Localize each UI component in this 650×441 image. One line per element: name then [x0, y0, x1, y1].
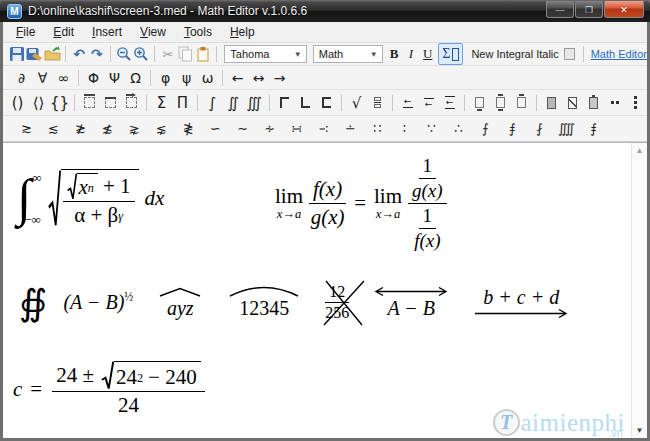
symbol-button[interactable]: Σ — [151, 93, 172, 113]
menu-item-tools[interactable]: Tools — [175, 23, 221, 41]
document-canvas[interactable]: ∫ ∞ −∞ xn + 1 α + β — [3, 142, 647, 438]
formula-quadratic[interactable]: c = 24 ± 242 − 240 24 — [13, 361, 205, 418]
scroll-down-icon[interactable]: ▼ — [632, 426, 647, 435]
cor-br-template-icon[interactable] — [316, 93, 337, 113]
symbol-button[interactable]: ← — [227, 68, 248, 88]
cut-button[interactable]: ✂ — [159, 44, 177, 64]
symbol-button[interactable]: ∸ — [340, 119, 361, 139]
dots2-template-icon[interactable] — [604, 93, 625, 113]
italic-button[interactable]: I — [403, 45, 420, 64]
symbol-button[interactable]: ∂ — [11, 68, 32, 88]
symbol-button[interactable]: ∞ — [53, 68, 74, 88]
maximize-button[interactable]: ❐ — [575, 1, 603, 18]
symbol-button[interactable]: {} — [49, 93, 70, 113]
undo-button[interactable]: ↶ — [70, 44, 88, 64]
save-as-button[interactable] — [26, 44, 44, 64]
symbol-button[interactable]: ⨌ — [556, 119, 577, 139]
symbol-button[interactable]: ≵ — [70, 119, 91, 139]
symbol-button[interactable]: ∭ — [244, 93, 265, 113]
symbol-button[interactable]: ∬ — [223, 93, 244, 113]
dots3-template-icon[interactable] — [625, 93, 646, 113]
symbol-button[interactable]: ∶ — [394, 119, 415, 139]
symbol-button[interactable]: ≴ — [97, 119, 118, 139]
symbol-button[interactable]: ∹ — [313, 119, 334, 139]
formula-integral-sqrt[interactable]: ∫ ∞ −∞ xn + 1 α + β — [17, 169, 164, 228]
symbol-button[interactable]: ⋧ — [124, 119, 145, 139]
ss2-template-icon[interactable] — [490, 93, 511, 113]
symbol-button[interactable]: ≲ — [43, 119, 64, 139]
close-button[interactable]: ✕ — [604, 1, 644, 18]
menu-item-edit[interactable]: Edit — [44, 23, 83, 41]
symbol-button[interactable]: ⨎ — [502, 119, 523, 139]
symbol-button[interactable]: ⨍ — [475, 119, 496, 139]
symbol-button[interactable]: () — [7, 93, 28, 113]
symbol-button[interactable]: ∀ — [32, 68, 53, 88]
watermark-logo-icon: T — [493, 409, 520, 436]
symbol-button[interactable]: ∺ — [286, 119, 307, 139]
ab3-template-icon[interactable]: ← — [439, 93, 460, 113]
cor-bl-template-icon[interactable] — [295, 93, 316, 113]
title-bar[interactable]: M D:\online\kashif\screen-3.med - Math E… — [0, 0, 650, 22]
ss3-template-icon[interactable] — [511, 93, 532, 113]
copy-button[interactable] — [177, 44, 195, 64]
symbol-button[interactable]: ∵ — [421, 119, 442, 139]
fb3-template-icon[interactable] — [583, 93, 604, 113]
ss1-template-icon[interactable] — [469, 93, 490, 113]
bold-button[interactable]: B — [386, 45, 403, 64]
cor-tl-template-icon[interactable] — [274, 93, 295, 113]
symbol-button[interactable]: ⟨⟩ — [28, 93, 49, 113]
symbol-button[interactable]: ≳ — [16, 119, 37, 139]
menu-item-help[interactable]: Help — [221, 23, 264, 41]
redo-button[interactable]: ↷ — [88, 44, 106, 64]
radical-sign-icon — [101, 361, 114, 390]
symbol-button[interactable]: ψ — [176, 68, 197, 88]
new-integral-italic-checkbox[interactable] — [564, 48, 575, 60]
symbol-button[interactable]: Π — [172, 93, 193, 113]
symbol-button[interactable]: ∷ — [367, 119, 388, 139]
underline-button[interactable]: U — [419, 45, 436, 64]
symbol-button[interactable]: ∽ — [205, 119, 226, 139]
minimize-button[interactable]: — — [546, 1, 574, 18]
symbol-button[interactable]: ↔ — [248, 68, 269, 88]
open-button[interactable] — [43, 44, 61, 64]
menu-item-file[interactable]: File — [7, 23, 44, 41]
ab2-template-icon[interactable]: ← — [418, 93, 439, 113]
font-style-combobox[interactable]: Math ▼ — [313, 45, 383, 63]
zoom-in-button[interactable] — [132, 44, 150, 64]
ab1-template-icon[interactable]: ← — [397, 93, 418, 113]
symbol-button[interactable]: ⋦ — [151, 119, 172, 139]
tpl-b-template-icon[interactable] — [100, 93, 121, 113]
fb2-template-icon[interactable] — [562, 93, 583, 113]
symbol-button[interactable]: ∼ — [232, 119, 253, 139]
symbol-button[interactable]: ∴ — [448, 119, 469, 139]
symbol-button[interactable]: φ — [155, 68, 176, 88]
symbol-button[interactable]: ≹ — [178, 119, 199, 139]
dots4-template-icon[interactable] — [646, 93, 650, 113]
symbol-button[interactable]: ⨎ — [583, 119, 604, 139]
formula-accent-samples[interactable]: ∯ (A − B)½ ayz 12345 12 256 A − B — [19, 283, 569, 322]
symbol-button[interactable]: ⨏ — [529, 119, 550, 139]
menu-item-insert[interactable]: Insert — [83, 23, 131, 41]
symbol-button[interactable]: Φ — [83, 68, 104, 88]
symbol-button[interactable]: → — [269, 68, 290, 88]
tpl-c-template-icon[interactable] — [121, 93, 142, 113]
symbol-button[interactable]: √ — [346, 93, 367, 113]
font-family-combobox[interactable]: Tahoma ▼ — [224, 45, 306, 63]
symbol-button[interactable]: ω — [197, 68, 218, 88]
save-button[interactable] — [8, 44, 26, 64]
paste-button[interactable] — [195, 44, 213, 64]
math-editor-link[interactable]: Math Editor — [591, 48, 647, 60]
vertical-scrollbar[interactable]: ▲ ▼ — [631, 143, 647, 438]
formula-limit-identity[interactable]: lim x→a f(x) g(x) = lim x→a 1 g(x) — [275, 155, 447, 252]
zoom-out-button[interactable] — [115, 44, 133, 64]
fb1-template-icon[interactable] — [541, 93, 562, 113]
symbol-button[interactable]: Ψ — [104, 68, 125, 88]
menu-item-view[interactable]: View — [131, 23, 175, 41]
symbol-button[interactable]: ∻ — [259, 119, 280, 139]
sigma-toggle-button[interactable]: Σ — [438, 43, 463, 65]
fracicon-template-icon[interactable] — [367, 93, 388, 113]
symbol-button[interactable]: Ω — [125, 68, 146, 88]
symbol-button[interactable]: ∫ — [202, 93, 223, 113]
tpl-a-template-icon[interactable] — [79, 93, 100, 113]
scroll-up-icon[interactable]: ▲ — [632, 146, 647, 155]
